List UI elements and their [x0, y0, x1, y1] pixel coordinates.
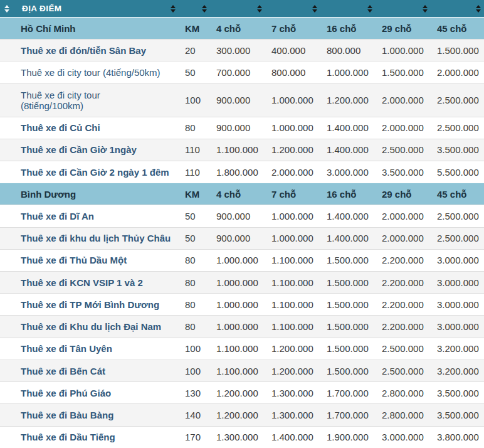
price-cell: 1.400.000	[265, 426, 320, 448]
column-header: 29 chỗ	[376, 18, 431, 40]
sort-arrows-icon[interactable]	[4, 5, 9, 13]
price-cell: 1.200.000	[210, 404, 265, 426]
price-cell: 1.100.000	[265, 272, 320, 294]
sort-arrows-icon[interactable]	[202, 5, 207, 13]
price-cell: 1.200.000	[265, 338, 320, 360]
km-cell: 50	[179, 227, 210, 249]
section-title: Bình Dương	[0, 183, 179, 205]
km-cell: 80	[179, 272, 210, 294]
price-cell: 2.000.000	[376, 227, 431, 249]
km-cell: 100	[179, 83, 210, 117]
route-label: Thuê xe đi Dĩ An	[0, 205, 179, 227]
price-cell: 1.500.000	[431, 40, 484, 61]
sort-arrows-icon[interactable]	[476, 5, 481, 13]
price-cell: 3.000.000	[431, 249, 484, 271]
km-cell: 50	[179, 61, 210, 83]
table-row: Thuê xe đi city tour (4tiếng/50km)50700.…	[0, 61, 484, 83]
price-cell: 1.100.000	[265, 316, 320, 338]
price-cell: 2.000.000	[265, 161, 320, 183]
price-cell: 2.000.000	[376, 117, 431, 139]
column-header: 29 chỗ	[376, 183, 431, 205]
price-cell: 1.100.000	[210, 360, 265, 381]
price-cell: 1.000.000	[265, 227, 320, 249]
sort-header-km[interactable]	[179, 0, 210, 18]
sort-arrows-icon[interactable]	[423, 5, 428, 13]
column-header: 4 chỗ	[210, 183, 265, 205]
price-cell: 1.700.000	[320, 382, 376, 404]
price-cell: 3.800.000	[431, 426, 484, 448]
price-cell: 3.500.000	[431, 139, 484, 161]
table-row: Thuê xe đi Phú Giáo1301.200.0001.300.000…	[0, 382, 484, 404]
sort-header-location[interactable]: ĐỊA ĐIỂM	[0, 0, 179, 18]
route-label: Thuê xe đi city tour (4tiếng/50km)	[0, 61, 179, 83]
price-cell: 2.200.000	[376, 294, 431, 316]
sort-header-4cho[interactable]	[210, 0, 265, 18]
table-body: Hồ Chí MinhKM4 chỗ7 chỗ16 chỗ29 chỗ45 ch…	[0, 18, 484, 448]
route-label: Thuê xe đi Cần Giờ 2 ngày 1 đêm	[0, 161, 179, 183]
route-label: Thuê xe đi Bến Cát	[0, 360, 179, 381]
route-label: Thuê xe đi Bàu Bàng	[0, 404, 179, 426]
route-label: Thuê xe đi khu du lịch Thủy Châu	[0, 227, 179, 249]
sortable-header: ĐỊA ĐIỂM	[0, 0, 484, 18]
route-label: Thuê xe đi Dầu Tiếng	[0, 426, 179, 448]
column-header: 45 chỗ	[431, 18, 484, 40]
km-cell: 50	[179, 205, 210, 227]
price-cell: 1.300.000	[265, 382, 320, 404]
price-cell: 900.000	[210, 83, 265, 117]
price-cell: 1.100.000	[210, 139, 265, 161]
price-cell: 2.500.000	[431, 117, 484, 139]
price-cell: 2.500.000	[431, 227, 484, 249]
sort-arrows-icon[interactable]	[367, 5, 372, 13]
sort-header-16cho[interactable]	[320, 0, 376, 18]
column-header: KM	[179, 183, 210, 205]
table-row: Thuê xe đi Thủ Dầu Một801.000.0001.100.0…	[0, 249, 484, 271]
column-header: 45 chỗ	[431, 183, 484, 205]
table-row: Thuê xe đi city tour (8tiếng/100km)10090…	[0, 83, 484, 117]
table-row: Thuê xe đi Khu du lịch Đại Nam801.000.00…	[0, 316, 484, 338]
sort-header-29cho[interactable]	[376, 0, 431, 18]
table-row: Thuê xe đi khu du lịch Thủy Châu50900.00…	[0, 227, 484, 249]
price-cell: 2.800.000	[376, 382, 431, 404]
price-cell: 1.200.000	[265, 139, 320, 161]
price-cell: 1.500.000	[320, 360, 376, 381]
km-cell: 80	[179, 117, 210, 139]
sort-arrows-icon[interactable]	[257, 5, 262, 13]
column-header: 16 chỗ	[320, 183, 376, 205]
sort-header-7cho[interactable]	[265, 0, 320, 18]
km-cell: 100	[179, 360, 210, 381]
table-row: Thuê xe đi KCN VSIP 1 và 2801.000.0001.1…	[0, 272, 484, 294]
table-row: Thuê xe đi Cần Giờ 1ngày1101.100.0001.20…	[0, 139, 484, 161]
price-cell: 2.500.000	[431, 205, 484, 227]
price-cell: 1.100.000	[210, 338, 265, 360]
sort-header-45cho[interactable]	[431, 0, 484, 18]
route-label: Thuê xe đi city tour (8tiếng/100km)	[0, 83, 179, 117]
price-cell: 700.000	[210, 61, 265, 83]
route-label: Thuê xe đi Cần Giờ 1ngày	[0, 139, 179, 161]
price-cell: 1.000.000	[210, 272, 265, 294]
price-cell: 2.000.000	[376, 205, 431, 227]
price-cell: 1.800.000	[210, 161, 265, 183]
price-cell: 800.000	[265, 61, 320, 83]
route-label: Thuê xe đi Phú Giáo	[0, 382, 179, 404]
route-label: Thuê xe đi TP Mới Bình Dương	[0, 294, 179, 316]
km-cell: 80	[179, 249, 210, 271]
km-cell: 140	[179, 404, 210, 426]
price-cell: 2.200.000	[376, 316, 431, 338]
price-cell: 400.000	[265, 40, 320, 61]
sort-arrows-icon[interactable]	[312, 5, 317, 13]
price-cell: 2.200.000	[376, 272, 431, 294]
route-label: Thuê xe đi Thủ Dầu Một	[0, 249, 179, 271]
price-cell: 1.000.000	[210, 316, 265, 338]
price-cell: 1.500.000	[320, 249, 376, 271]
sort-arrows-icon[interactable]	[171, 5, 176, 13]
price-cell: 900.000	[210, 227, 265, 249]
price-cell: 3.000.000	[431, 316, 484, 338]
section-header-row: Hồ Chí MinhKM4 chỗ7 chỗ16 chỗ29 chỗ45 ch…	[0, 18, 484, 40]
price-cell: 1.900.000	[320, 426, 376, 448]
price-cell: 1.400.000	[320, 117, 376, 139]
price-cell: 3.000.000	[431, 294, 484, 316]
table-row: Thuê xe đi đón/tiễn Sân Bay20300.000400.…	[0, 40, 484, 61]
column-header: KM	[179, 18, 210, 40]
price-cell: 2.500.000	[376, 139, 431, 161]
km-cell: 80	[179, 294, 210, 316]
